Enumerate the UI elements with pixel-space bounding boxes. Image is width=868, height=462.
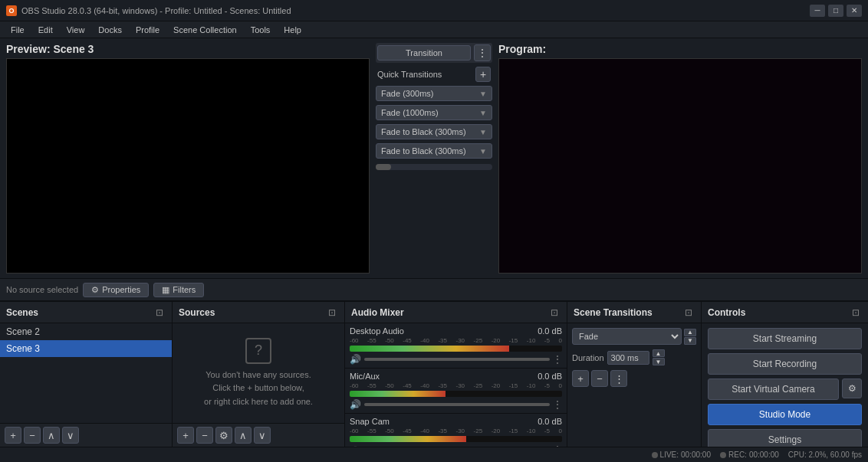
menu-tools[interactable]: Tools bbox=[245, 24, 277, 36]
audio-track-snapcam-header: Snap Cam 0.0 dB bbox=[350, 417, 562, 426]
audio-track-mic-db: 0.0 dB bbox=[538, 372, 562, 381]
duration-up-button[interactable]: ▲ bbox=[653, 349, 665, 357]
menu-profile[interactable]: Profile bbox=[130, 24, 166, 36]
controls-content: Start Streaming Start Recording Start Vi… bbox=[702, 323, 868, 447]
no-source-text: No source selected bbox=[6, 285, 78, 294]
menu-file[interactable]: File bbox=[5, 24, 31, 36]
restore-button[interactable]: □ bbox=[828, 5, 843, 17]
transition-type-select[interactable]: Fade Cut Slide bbox=[572, 328, 682, 345]
controls-panel-title: Controls bbox=[708, 307, 745, 318]
fade-dropdown-4[interactable]: Fade to Black (300ms) ▼ bbox=[376, 143, 492, 159]
minimize-button[interactable]: ─ bbox=[810, 5, 825, 17]
audio-mic-settings-button[interactable]: ⋮ bbox=[553, 399, 562, 410]
transition-top: Transition ⋮ bbox=[376, 43, 492, 63]
transition-up-button[interactable]: ▲ bbox=[684, 329, 696, 336]
program-canvas bbox=[498, 58, 862, 274]
audio-desktop-bar bbox=[350, 346, 562, 352]
menubar: File Edit View Docks Profile Scene Colle… bbox=[0, 21, 868, 38]
transition-actions: + − ⋮ bbox=[572, 370, 696, 387]
duration-down-button[interactable]: ▼ bbox=[653, 358, 665, 365]
audio-track-snapcam-db: 0.0 dB bbox=[538, 417, 562, 426]
menu-scene-collection[interactable]: Scene Collection bbox=[167, 24, 243, 36]
main: Preview: Scene 3 Transition ⋮ Quick Tran… bbox=[0, 38, 868, 462]
sources-placeholder: ? You don't have any sources. Click the … bbox=[173, 323, 344, 423]
close-button[interactable]: ✕ bbox=[847, 5, 862, 17]
filter-icon: ▦ bbox=[162, 285, 169, 295]
bottom-toolbar: No source selected ⚙ Properties ▦ Filter… bbox=[0, 278, 868, 301]
scenes-panel-title: Scenes bbox=[6, 307, 38, 318]
titlebar-left: O OBS Studio 28.0.3 (64-bit, windows) - … bbox=[6, 5, 291, 16]
sources-down-button[interactable]: ∨ bbox=[254, 427, 271, 444]
fade-dropdown-1[interactable]: Fade (300ms) ▼ bbox=[376, 86, 492, 101]
start-virtual-camera-button[interactable]: Start Virtual Camera bbox=[708, 378, 839, 400]
titlebar-title: OBS Studio 28.0.3 (64-bit, windows) - Pr… bbox=[21, 6, 291, 15]
transition-scrollbar[interactable] bbox=[376, 164, 492, 170]
scene-item-scene3[interactable]: Scene 3 bbox=[0, 340, 172, 357]
fade-dropdown-2[interactable]: Fade (1000ms) ▼ bbox=[376, 105, 492, 120]
quick-transitions-add-button[interactable]: + bbox=[475, 67, 491, 82]
scenes-panel-footer: + − ∧ ∨ bbox=[0, 423, 172, 447]
audio-track-desktop-header: Desktop Audio 0.0 dB bbox=[350, 326, 562, 336]
transition-panel: Transition ⋮ Quick Transitions + Fade (3… bbox=[373, 38, 495, 278]
controls-panel-header: Controls ⊡ bbox=[702, 302, 868, 323]
program-section: Program: bbox=[495, 38, 868, 278]
sources-settings-button[interactable]: ⚙ bbox=[215, 427, 232, 444]
sources-up-button[interactable]: ∧ bbox=[235, 427, 252, 444]
menu-edit[interactable]: Edit bbox=[32, 24, 59, 36]
sources-panel-header: Sources ⊡ bbox=[173, 302, 344, 323]
audio-bar-labels-snap: -60-55-50-45-40-35-30-25-20-15-10-50 bbox=[350, 428, 562, 434]
preview-section: Preview: Scene 3 bbox=[0, 38, 373, 278]
transition-more-button[interactable]: ⋮ bbox=[610, 370, 627, 387]
scenes-add-button[interactable]: + bbox=[5, 427, 21, 444]
scenes-panel-popout-button[interactable]: ⊡ bbox=[153, 306, 166, 319]
menu-view[interactable]: View bbox=[61, 24, 91, 36]
gear-icon: ⚙ bbox=[91, 285, 99, 295]
scenes-down-button[interactable]: ∨ bbox=[62, 427, 79, 444]
controls-panel-controls: ⊡ bbox=[850, 306, 862, 319]
sources-remove-button[interactable]: − bbox=[196, 427, 213, 444]
audio-mic-mute-button[interactable]: 🔊 bbox=[350, 399, 361, 410]
audio-desktop-mute-button[interactable]: 🔊 bbox=[350, 354, 361, 365]
chevron-down-icon: ▼ bbox=[479, 147, 487, 156]
virtual-camera-settings-button[interactable]: ⚙ bbox=[842, 378, 862, 398]
app-icon: O bbox=[6, 5, 17, 16]
duration-input[interactable] bbox=[607, 351, 649, 365]
start-streaming-button[interactable]: Start Streaming bbox=[708, 328, 862, 349]
audio-desktop-slider[interactable] bbox=[364, 358, 550, 361]
start-recording-button[interactable]: Start Recording bbox=[708, 353, 862, 375]
sources-panel-popout-button[interactable]: ⊡ bbox=[326, 306, 338, 319]
audio-mic-slider[interactable] bbox=[364, 403, 550, 406]
scene-item-scene2[interactable]: Scene 2 bbox=[0, 323, 172, 340]
transition-down-button[interactable]: ▼ bbox=[684, 337, 696, 345]
audio-panel-header: Audio Mixer ⊡ bbox=[345, 302, 567, 323]
virtual-camera-row: Start Virtual Camera ⚙ bbox=[708, 378, 862, 400]
menu-docks[interactable]: Docks bbox=[92, 24, 128, 36]
settings-button[interactable]: Settings bbox=[708, 429, 862, 447]
transition-button[interactable]: Transition bbox=[377, 45, 471, 61]
transition-add-button[interactable]: + bbox=[572, 370, 589, 387]
duration-spin-buttons: ▲ ▼ bbox=[653, 349, 665, 365]
live-status: LIVE: 00:00:00 bbox=[652, 451, 711, 459]
audio-snapcam-level bbox=[350, 436, 466, 442]
audio-track-snapcam: Snap Cam 0.0 dB -60-55-50-45-40-35-30-25… bbox=[345, 414, 567, 447]
scene-transitions-panel: Scene Transitions ⊡ Fade Cut Slide ▲ ▼ bbox=[567, 302, 702, 447]
scenes-panel: Scenes ⊡ Scene 2 Scene 3 + − ∧ ∨ bbox=[0, 302, 173, 447]
transition-remove-button[interactable]: − bbox=[591, 370, 608, 387]
scrollbar-thumb bbox=[376, 164, 391, 170]
audio-bar-labels-mic: -60-55-50-45-40-35-30-25-20-15-10-50 bbox=[350, 382, 562, 389]
sources-add-button[interactable]: + bbox=[177, 427, 194, 444]
audio-track-mic-header: Mic/Aux 0.0 dB bbox=[350, 372, 562, 381]
scenes-up-button[interactable]: ∧ bbox=[43, 427, 60, 444]
scenes-remove-button[interactable]: − bbox=[24, 427, 41, 444]
audio-panel-popout-button[interactable]: ⊡ bbox=[548, 306, 561, 319]
menu-help[interactable]: Help bbox=[278, 24, 307, 36]
properties-button[interactable]: ⚙ Properties bbox=[83, 283, 149, 297]
transitions-panel-popout-button[interactable]: ⊡ bbox=[682, 306, 695, 319]
fade-dropdown-3[interactable]: Fade to Black (300ms) ▼ bbox=[376, 124, 492, 139]
duration-row: Duration ▲ ▼ bbox=[572, 349, 696, 365]
studio-mode-button[interactable]: Studio Mode bbox=[708, 404, 862, 425]
filters-button[interactable]: ▦ Filters bbox=[153, 283, 204, 297]
audio-desktop-settings-button[interactable]: ⋮ bbox=[553, 354, 562, 365]
transition-menu-button[interactable]: ⋮ bbox=[474, 44, 491, 61]
controls-panel-popout-button[interactable]: ⊡ bbox=[850, 306, 862, 319]
